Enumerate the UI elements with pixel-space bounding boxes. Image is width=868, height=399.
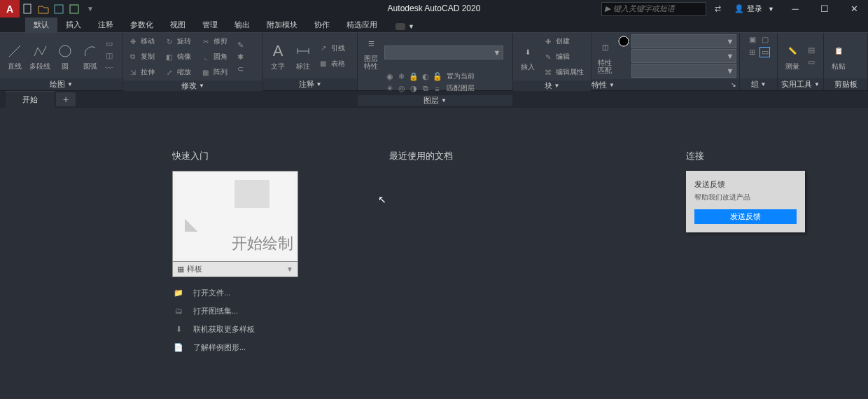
edit-attr-button[interactable]: ⌘编辑属性	[541, 65, 585, 79]
linetype-combo[interactable]: ▼	[631, 64, 736, 78]
start-drawing-tile[interactable]: 开始绘制	[172, 171, 298, 262]
copy-button[interactable]: ⧉复制	[126, 50, 162, 64]
saveas-icon[interactable]	[69, 4, 80, 15]
polyline-button[interactable]: 多段线	[28, 42, 52, 70]
share-icon[interactable]: ⇄	[712, 4, 723, 15]
circle-button[interactable]: 圆	[53, 42, 77, 70]
color-combo[interactable]: ▼	[631, 34, 736, 48]
open-sheetset-link[interactable]: 🗂打开图纸集...	[172, 305, 368, 316]
tab-view[interactable]: 视图	[162, 18, 194, 32]
edit-block-button[interactable]: ✎编辑	[541, 50, 585, 64]
tab-start[interactable]: 开始	[6, 91, 55, 108]
trim-button[interactable]: ✂修剪	[199, 34, 235, 48]
save-icon[interactable]	[53, 4, 64, 15]
leader-button[interactable]: ↗引线	[316, 41, 346, 55]
tab-parametric[interactable]: 参数化	[122, 18, 162, 32]
panel-title-clip[interactable]: 剪贴板	[824, 78, 867, 90]
calc-icon[interactable]: ▤	[806, 45, 816, 55]
tab-insert[interactable]: 插入	[57, 18, 90, 32]
hatch-icon[interactable]: ◫	[104, 50, 114, 61]
quick-access-toolbar: ▼	[20, 0, 99, 18]
measure-button[interactable]: 📏测量	[780, 42, 804, 70]
panel-title-block[interactable]: 块▼	[513, 80, 591, 91]
layer-thaw-icon[interactable]: ☀	[384, 83, 395, 94]
new-tab-button[interactable]: +	[56, 92, 76, 106]
tab-default[interactable]: 默认	[25, 18, 57, 32]
rotate-button[interactable]: ↻旋转	[162, 34, 199, 48]
group-icon[interactable]: ▣	[747, 34, 757, 45]
panel-title-draw[interactable]: 绘图▼	[0, 78, 122, 90]
minimize-button[interactable]: ─	[781, 0, 809, 18]
panel-title-util[interactable]: 实用工具▼	[778, 78, 823, 90]
close-button[interactable]: ✕	[840, 0, 868, 18]
group-edit-icon[interactable]: ⊞	[747, 47, 757, 57]
featured-apps-button[interactable]: ▼	[390, 21, 420, 32]
layer-match-button[interactable]: 匹配图层	[447, 83, 475, 94]
paste-button[interactable]: 📋粘贴	[827, 42, 850, 70]
open-file-link[interactable]: 📁打开文件...	[172, 287, 368, 298]
move-button[interactable]: ✥移动	[126, 34, 162, 48]
create-block-button[interactable]: ✚创建	[541, 34, 585, 48]
signin-button[interactable]: 👤 登录 ▼	[729, 0, 780, 18]
line-button[interactable]: 直线	[3, 42, 27, 70]
send-feedback-button[interactable]: 发送反馈	[694, 209, 797, 224]
tab-collab[interactable]: 协作	[306, 18, 338, 32]
panel-title-group[interactable]: 组▼	[740, 78, 777, 90]
layer-off-icon[interactable]: ◉	[384, 71, 395, 82]
match-props-button[interactable]: ◫特性 匹配	[594, 38, 615, 74]
tab-annotate[interactable]: 注释	[90, 18, 122, 32]
app-logo[interactable]: A	[0, 0, 20, 18]
dim-button[interactable]: 标注	[291, 42, 315, 70]
new-file-icon[interactable]	[22, 4, 34, 15]
layer-combo[interactable]: ▼	[384, 46, 503, 59]
search-input[interactable]: ▶ 键入关键字或短语	[601, 2, 706, 16]
text-button[interactable]: A文字	[266, 42, 290, 70]
open-file-icon[interactable]	[38, 4, 49, 15]
stretch-button[interactable]: ⇲拉伸	[126, 65, 162, 79]
erase-icon[interactable]: ✎	[235, 40, 246, 50]
panel-title-props[interactable]: 特性▼↘	[592, 79, 739, 90]
ungroup-icon[interactable]: ▢	[760, 34, 770, 45]
templates-dropdown[interactable]: ▦ 样板 ▼	[172, 262, 298, 277]
layer-uniso-icon[interactable]: ◑	[408, 83, 419, 94]
tab-output[interactable]: 输出	[226, 18, 258, 32]
select-icon[interactable]: ▭	[806, 57, 816, 67]
panel-title-annot[interactable]: 注释▼	[263, 78, 357, 90]
layer-props-button[interactable]: ☰图层 特性	[360, 34, 382, 70]
fillet-button[interactable]: ◟圆角	[199, 50, 235, 64]
layer-on-icon[interactable]: ◎	[396, 83, 407, 94]
table-button[interactable]: ▦表格	[316, 57, 346, 71]
spline-icon[interactable]: 〰	[104, 62, 114, 73]
lineweight-combo[interactable]: ▼	[631, 49, 736, 63]
layer-iso-icon[interactable]: ◐	[420, 71, 430, 82]
color-wheel-icon[interactable]	[618, 36, 629, 46]
sample-drawings-link[interactable]: 📄了解样例图形...	[172, 342, 368, 353]
tab-addon[interactable]: 附加模块	[258, 18, 306, 32]
panel-title-modify[interactable]: 修改▼	[123, 80, 262, 91]
tab-featured[interactable]: 精选应用	[338, 18, 386, 32]
layer-copy-icon[interactable]: ⧉	[420, 83, 430, 94]
insert-icon: ⬇	[519, 43, 537, 61]
get-templates-link[interactable]: ⬇联机获取更多样板	[172, 323, 368, 335]
arc-button[interactable]: 圆弧	[78, 42, 102, 70]
panel-title-layer[interactable]: 图层▼	[358, 95, 512, 106]
layer-current-button[interactable]: 置为当前	[447, 71, 475, 82]
mirror-button[interactable]: ◧镜像	[162, 50, 199, 64]
svg-rect-2	[70, 5, 78, 13]
rect-icon[interactable]: ▭	[104, 38, 114, 49]
layer-lock-icon[interactable]: 🔒	[408, 71, 419, 82]
maximize-button[interactable]: ☐	[811, 0, 839, 18]
line-icon	[6, 42, 24, 60]
download-icon: ⬇	[172, 323, 185, 335]
offset-icon[interactable]: ⊂	[235, 64, 246, 74]
insert-block-button[interactable]: ⬇插入	[516, 43, 540, 71]
group-select-icon[interactable]: ▭	[760, 47, 770, 57]
scale-button[interactable]: ⤢缩放	[162, 65, 199, 79]
array-button[interactable]: ▦阵列	[199, 65, 235, 79]
layer-walk-icon[interactable]: ≡	[432, 83, 442, 94]
tab-manage[interactable]: 管理	[194, 18, 226, 32]
explode-icon[interactable]: ✱	[235, 52, 246, 62]
layer-unlock-icon[interactable]: 🔓	[432, 71, 442, 82]
qat-dropdown-icon[interactable]: ▼	[84, 5, 97, 13]
layer-freeze-icon[interactable]: ❄	[396, 71, 407, 82]
